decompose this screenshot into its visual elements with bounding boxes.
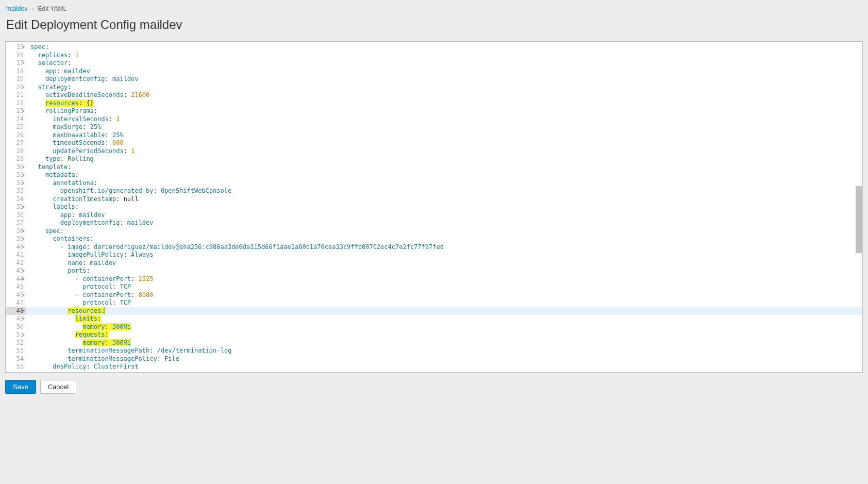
code-line[interactable]: name: maildev — [26, 259, 862, 268]
breadcrumb-link-maildev[interactable]: maildev — [6, 5, 27, 12]
gutter-line: 26 — [6, 131, 26, 140]
gutter-line: 15▾ — [6, 43, 26, 52]
fold-toggle-icon[interactable]: ▾ — [21, 84, 26, 92]
gutter-line: 20▾ — [6, 84, 26, 92]
code-line[interactable]: rollingParams: — [26, 107, 862, 115]
gutter-line: 43▾ — [6, 267, 26, 275]
breadcrumb: maildev » Edit YAML — [5, 5, 863, 15]
code-line[interactable]: terminationMessagePath: /dev/termination… — [26, 347, 862, 355]
fold-toggle-icon[interactable]: ▾ — [21, 267, 26, 275]
code-line[interactable]: dnsPolicy: ClusterFirst — [26, 363, 862, 371]
gutter-line: 29 — [6, 155, 26, 163]
code-line[interactable]: maxSurge: 25% — [26, 123, 862, 131]
code-line[interactable]: intervalSeconds: 1 — [26, 115, 862, 124]
action-bar: Save Cancel — [5, 373, 863, 394]
code-line[interactable]: activeDeadlineSeconds: 21600 — [26, 91, 862, 99]
gutter-line: 16 — [6, 52, 26, 60]
page-root: maildev » Edit YAML Edit Deployment Conf… — [0, 0, 868, 399]
code-line[interactable]: protocol: TCP — [26, 283, 862, 291]
code-line[interactable]: creationTimestamp: null — [26, 195, 862, 204]
code-line[interactable]: ports: — [26, 267, 862, 275]
fold-toggle-icon[interactable]: ▾ — [21, 227, 26, 236]
code-line[interactable]: selector: — [26, 59, 862, 68]
code-line[interactable]: metadata: — [26, 171, 862, 179]
fold-toggle-icon[interactable]: ▾ — [21, 203, 26, 211]
code-line[interactable]: deploymentconfig: maildev — [26, 219, 862, 227]
code-line[interactable]: labels: — [26, 203, 862, 211]
page-title: Edit Deployment Config maildev — [5, 15, 863, 41]
gutter-line: 36 — [6, 211, 26, 220]
gutter-line: 19 — [6, 75, 26, 84]
code-line[interactable]: template: — [26, 163, 862, 172]
code-line[interactable]: terminationMessagePolicy: File — [26, 355, 862, 363]
gutter-line: 34 — [6, 195, 26, 204]
fold-toggle-icon[interactable]: ▾ — [21, 163, 26, 172]
code-line[interactable]: - containerPort: 2525 — [26, 275, 862, 283]
code-line[interactable]: annotations: — [26, 179, 862, 188]
code-line[interactable]: strategy: — [26, 84, 862, 92]
scrollbar-thumb[interactable] — [856, 186, 862, 253]
fold-toggle-icon[interactable]: ▾ — [21, 107, 26, 115]
code-line[interactable]: app: maildev — [26, 68, 862, 76]
fold-toggle-icon[interactable]: ▾ — [21, 315, 26, 323]
code-line[interactable]: limits: — [26, 315, 862, 323]
code-line[interactable]: spec: — [26, 43, 862, 52]
gutter-line: 24 — [6, 115, 26, 124]
gutter-line: 42 — [6, 259, 26, 268]
code-line[interactable]: resources: — [26, 307, 862, 315]
fold-toggle-icon[interactable]: ▾ — [21, 243, 26, 252]
gutter-line: 17▾ — [6, 59, 26, 68]
gutter-line: 38▾ — [6, 227, 26, 236]
editor-code-area[interactable]: spec: replicas: 1 selector: app: maildev… — [26, 42, 862, 372]
fold-toggle-icon[interactable]: ▾ — [21, 43, 26, 52]
code-line[interactable]: maxUnavailable: 25% — [26, 131, 862, 140]
fold-toggle-icon[interactable]: ▾ — [21, 235, 26, 243]
gutter-line: 40▾ — [6, 243, 26, 252]
gutter-line: 18 — [6, 68, 26, 76]
gutter-line: 48▾ — [6, 307, 26, 315]
code-line[interactable]: updatePeriodSeconds: 1 — [26, 147, 862, 156]
gutter-line: 54 — [6, 355, 26, 363]
fold-toggle-icon[interactable]: ▾ — [21, 275, 26, 283]
yaml-editor[interactable]: 15▾1617▾181920▾212223▾24252627282930▾31▾… — [5, 41, 863, 373]
fold-toggle-icon[interactable]: ▾ — [21, 307, 26, 315]
cancel-button[interactable]: Cancel — [40, 380, 76, 394]
code-line[interactable]: protocol: TCP — [26, 299, 862, 307]
code-line[interactable]: spec: — [26, 227, 862, 236]
gutter-line: 22 — [6, 99, 26, 108]
code-line[interactable]: app: maildev — [26, 211, 862, 220]
gutter-line: 52 — [6, 339, 26, 347]
breadcrumb-current: Edit YAML — [38, 5, 67, 12]
gutter-line: 31▾ — [6, 171, 26, 179]
gutter-line: 53 — [6, 347, 26, 355]
scrollbar-track[interactable] — [855, 42, 862, 372]
gutter-line: 55 — [6, 363, 26, 371]
save-button[interactable]: Save — [5, 380, 36, 394]
code-line[interactable]: - containerPort: 8080 — [26, 291, 862, 299]
fold-toggle-icon[interactable]: ▾ — [21, 171, 26, 179]
fold-toggle-icon[interactable]: ▾ — [21, 291, 26, 299]
code-line[interactable]: openshift.io/generated-by: OpenShiftWebC… — [26, 187, 862, 195]
editor-cursor — [105, 307, 105, 314]
code-line[interactable]: resources: {} — [26, 99, 862, 108]
fold-toggle-icon[interactable]: ▾ — [21, 179, 26, 188]
code-line[interactable]: type: Rolling — [26, 155, 862, 163]
gutter-line: 25 — [6, 123, 26, 131]
gutter-line: 30▾ — [6, 163, 26, 172]
code-line[interactable]: requests: — [26, 331, 862, 339]
code-line[interactable]: replicas: 1 — [26, 52, 862, 60]
gutter-line: 27 — [6, 139, 26, 147]
code-line[interactable]: containers: — [26, 235, 862, 243]
gutter-line: 37 — [6, 219, 26, 227]
gutter-line: 50 — [6, 323, 26, 331]
code-line[interactable]: deploymentconfig: maildev — [26, 75, 862, 84]
code-line[interactable]: timeoutSeconds: 600 — [26, 139, 862, 147]
code-line[interactable]: imagePullPolicy: Always — [26, 251, 862, 259]
fold-toggle-icon[interactable]: ▾ — [21, 59, 26, 68]
code-line[interactable]: memory: 300Mi — [26, 323, 862, 331]
fold-toggle-icon[interactable]: ▾ — [21, 331, 26, 339]
gutter-line: 46▾ — [6, 291, 26, 299]
code-line[interactable]: - image: dariorodriguez/maildev@sha256:c… — [26, 243, 862, 252]
code-line[interactable]: memory: 300Mi — [26, 339, 862, 347]
editor-gutter: 15▾1617▾181920▾212223▾24252627282930▾31▾… — [6, 42, 26, 372]
